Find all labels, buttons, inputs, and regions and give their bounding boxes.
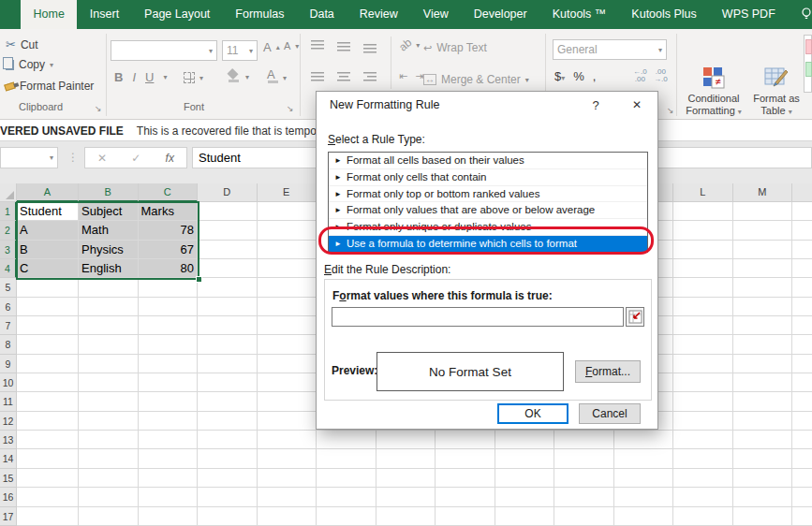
- column-header-l[interactable]: L: [673, 183, 733, 202]
- underline-button[interactable]: U: [145, 70, 154, 84]
- cell-E15[interactable]: [258, 469, 317, 488]
- cell-D6[interactable]: [198, 298, 258, 316]
- font-launcher-icon[interactable]: ↘: [287, 105, 294, 113]
- cell-N5[interactable]: [792, 278, 812, 297]
- cell-E13[interactable]: [258, 431, 317, 449]
- cell-C1[interactable]: Marks: [139, 202, 199, 221]
- rule-type-item[interactable]: ►Format only unique or duplicate values: [329, 219, 647, 236]
- cell-C16[interactable]: [139, 488, 199, 506]
- cancel-button[interactable]: Cancel: [579, 403, 641, 424]
- cell-L6[interactable]: [673, 298, 733, 316]
- cell-E12[interactable]: [258, 412, 317, 431]
- cell-H15[interactable]: [436, 469, 495, 488]
- cell-M17[interactable]: [733, 507, 793, 526]
- cell-B3[interactable]: Physics: [79, 241, 139, 259]
- cell-I14[interactable]: [495, 449, 555, 468]
- cell-E10[interactable]: [258, 373, 317, 392]
- cell-A2[interactable]: A: [17, 221, 79, 240]
- cell-L7[interactable]: [673, 316, 733, 335]
- row-header-11[interactable]: 11: [0, 392, 17, 411]
- cell-E9[interactable]: [258, 355, 317, 373]
- cell-M8[interactable]: [733, 335, 793, 354]
- cell-D16[interactable]: [198, 488, 258, 506]
- cell-I16[interactable]: [495, 488, 555, 506]
- tab-insert[interactable]: Insert: [77, 0, 131, 29]
- conditional-formatting-button[interactable]: ≠ ConditionalFormatting ▾: [682, 63, 746, 128]
- cell-M4[interactable]: [733, 259, 793, 278]
- column-header-a[interactable]: A: [17, 183, 79, 202]
- cell-A4[interactable]: C: [17, 259, 79, 278]
- cell-G15[interactable]: [376, 469, 436, 488]
- cell-B4[interactable]: English: [79, 259, 139, 278]
- row-header-9[interactable]: 9: [0, 355, 17, 373]
- cell-B12[interactable]: [79, 412, 139, 431]
- help-button[interactable]: ?: [587, 96, 604, 114]
- font-color-button[interactable]: A ▾: [266, 70, 287, 85]
- row-header-14[interactable]: 14: [0, 449, 17, 468]
- cell-H17[interactable]: [436, 507, 495, 526]
- number-launcher-icon[interactable]: ↘: [667, 107, 674, 115]
- cell-C3[interactable]: 67: [139, 241, 199, 259]
- cell-D9[interactable]: [198, 355, 258, 373]
- cell-F17[interactable]: [317, 507, 376, 526]
- cell-E6[interactable]: [258, 298, 317, 316]
- fill-color-button[interactable]: ▾: [227, 70, 249, 84]
- tab-kutools-plus[interactable]: Kutools Plus: [619, 0, 709, 29]
- tab-view[interactable]: View: [410, 0, 461, 29]
- cell-C4[interactable]: 80: [139, 259, 199, 278]
- cell-H16[interactable]: [436, 488, 495, 506]
- font-name-combobox[interactable]: ▾: [111, 40, 217, 61]
- rule-type-item[interactable]: ►Format all cells based on their values: [329, 153, 647, 169]
- cell-B5[interactable]: [79, 278, 139, 297]
- row-header-12[interactable]: 12: [0, 412, 17, 431]
- cell-L2[interactable]: [673, 221, 733, 240]
- close-icon[interactable]: ✕: [627, 96, 646, 114]
- cell-C12[interactable]: [139, 412, 199, 431]
- tab-data[interactable]: Data: [297, 0, 347, 29]
- rule-type-item[interactable]: ►Format only cells that contain: [329, 169, 647, 186]
- cell-A10[interactable]: [17, 373, 79, 392]
- row-header-1[interactable]: 1: [0, 202, 17, 221]
- left-align-icon[interactable]: [311, 72, 324, 81]
- cell-A7[interactable]: [17, 316, 79, 335]
- range-picker-button[interactable]: [626, 307, 644, 327]
- increase-decimal-button[interactable]: ←.0 .00: [633, 68, 647, 83]
- cell-A9[interactable]: [17, 355, 79, 373]
- cell-E8[interactable]: [258, 335, 317, 354]
- cell-M3[interactable]: [733, 241, 793, 259]
- cell-M15[interactable]: [733, 469, 793, 488]
- rule-type-item[interactable]: ►Format only top or bottom ranked values: [329, 186, 647, 203]
- cell-D14[interactable]: [198, 449, 258, 468]
- cell-L5[interactable]: [673, 278, 733, 297]
- cell-M16[interactable]: [733, 488, 793, 506]
- row-header-5[interactable]: 5: [0, 278, 17, 297]
- cell-B2[interactable]: Math: [79, 221, 139, 240]
- cell-N12[interactable]: [792, 412, 812, 431]
- cell-A1[interactable]: Student: [17, 202, 79, 221]
- cell-D11[interactable]: [198, 392, 258, 411]
- cell-C8[interactable]: [139, 335, 199, 354]
- cell-styles-gallery[interactable]: [804, 35, 812, 93]
- cell-B6[interactable]: [79, 298, 139, 316]
- cell-C5[interactable]: [139, 278, 199, 297]
- italic-button[interactable]: I: [132, 70, 136, 84]
- row-header-6[interactable]: 6: [0, 298, 17, 316]
- cell-A6[interactable]: [17, 298, 79, 316]
- cell-C7[interactable]: [139, 316, 199, 335]
- cell-B1[interactable]: Subject: [79, 202, 139, 221]
- cell-N10[interactable]: [792, 373, 812, 392]
- cell-C11[interactable]: [139, 392, 199, 411]
- rule-type-item[interactable]: ►Format only values that are above or be…: [329, 202, 647, 219]
- cell-M12[interactable]: [733, 412, 793, 431]
- cell-J16[interactable]: [554, 488, 614, 506]
- cell-K15[interactable]: [614, 469, 674, 488]
- cell-C15[interactable]: [139, 469, 199, 488]
- row-header-10[interactable]: 10: [0, 373, 17, 392]
- format-button[interactable]: Format...: [575, 360, 641, 383]
- row-header-15[interactable]: 15: [0, 469, 17, 488]
- cell-B16[interactable]: [79, 488, 139, 506]
- cell-style-swatch[interactable]: [805, 39, 812, 54]
- cell-C17[interactable]: [139, 507, 199, 526]
- cell-K17[interactable]: [614, 507, 674, 526]
- tab-review[interactable]: Review: [347, 0, 410, 29]
